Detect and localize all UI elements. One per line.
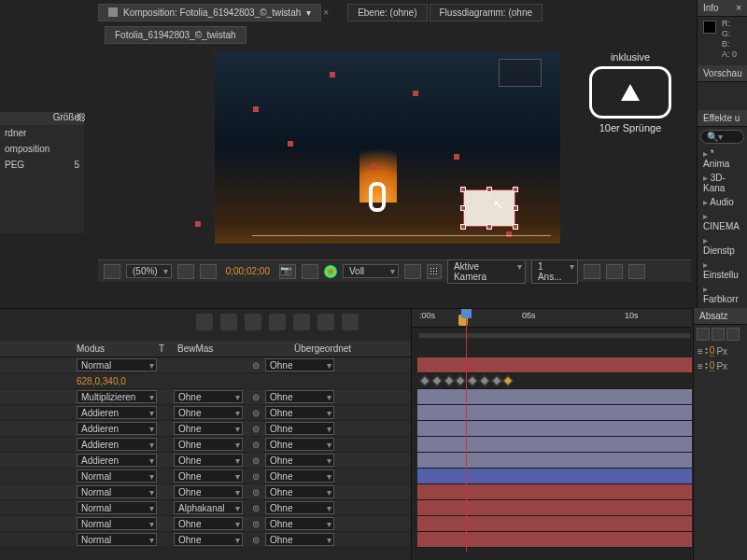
trackmatte-dropdown[interactable]: Alphakanal [174,501,243,514]
layer-track-bar[interactable] [417,421,692,437]
comp-breadcrumb[interactable]: Fotolia_61942803_©_twistah [105,26,247,44]
effects-category[interactable]: Dienstp [698,233,747,258]
info-panel-header[interactable]: Info× [698,0,747,17]
show-snapshot-icon[interactable] [302,264,318,279]
draft-3d-icon[interactable] [342,314,359,330]
pickwhip-icon[interactable]: ⊚ [252,503,260,513]
trackmatte-dropdown[interactable]: Ohne [174,485,243,498]
track-area[interactable]: :00s 05s 10s [411,309,691,560]
layer-track-bar[interactable] [417,469,692,484]
layer-row[interactable]: AddierenOhne⊚Ohne [0,405,411,421]
layer-track-bar[interactable] [417,389,692,405]
preview-panel-header[interactable]: Vorschau [698,65,747,82]
pickwhip-icon[interactable]: ⊚ [252,519,260,529]
layer-row[interactable]: MultiplizierenOhne⊚Ohne [0,389,411,405]
selected-layer-bounds[interactable] [463,189,515,227]
pickwhip-icon[interactable]: ⊚ [252,535,260,545]
blend-mode-dropdown[interactable]: Addieren [77,454,157,467]
layer-row[interactable]: Normal⊚Ohne [0,357,411,373]
3d-icon[interactable] [220,314,237,330]
views-dropdown[interactable]: 1 Ans... [531,259,578,284]
effects-search-input[interactable]: 🔍▾ [700,130,744,144]
current-time[interactable]: 0;00;02;00 [222,266,274,276]
column-trackmatte-t[interactable]: T [159,343,177,354]
trackmatte-dropdown[interactable]: Ohne [174,406,243,419]
brainstorm-icon[interactable] [293,314,310,330]
layer-track-bar[interactable] [417,532,692,548]
pickwhip-icon[interactable]: ⊚ [252,440,260,450]
roi-icon[interactable] [404,264,421,279]
indent-right-field[interactable]: ≡ ▴▾ 0 Px [694,358,747,373]
column-parent[interactable]: Übergeordnet [271,343,383,354]
blend-mode-dropdown[interactable]: Normal [77,358,157,371]
trackmatte-dropdown[interactable]: Ohne [174,422,243,435]
blend-mode-dropdown[interactable]: Normal [77,517,157,530]
blend-mode-dropdown[interactable]: Addieren [77,438,157,451]
parent-dropdown[interactable]: Ohne [265,390,334,403]
layer-row[interactable]: NormalOhne⊚Ohne [0,484,411,500]
lock-icon[interactable] [108,7,118,17]
layer-row[interactable]: AddierenOhne⊚Ohne [0,437,411,453]
graph-editor-icon[interactable] [317,314,334,330]
effects-category[interactable]: 3D-Kana [698,171,747,195]
close-icon[interactable]: × [736,3,741,13]
composition-viewer[interactable]: ↖ [215,51,560,244]
layer-track-bar[interactable] [417,405,692,421]
layer-track-bar[interactable] [417,500,692,516]
parent-dropdown[interactable]: Ohne [265,533,334,546]
indent-left-field[interactable]: ≡ ▴▾ 0 Px [694,343,747,358]
keyframe-icon[interactable] [491,375,501,385]
tab-flowchart[interactable]: Flussdiagramm: (ohne [430,4,543,21]
effects-category[interactable]: Einstellu [698,258,747,282]
blend-mode-dropdown[interactable]: Addieren [77,406,157,419]
close-icon[interactable]: × [323,7,329,18]
pickwhip-icon[interactable]: ⊚ [252,487,260,497]
position-value[interactable]: 628,0,340,0 [77,376,126,386]
pixel-aspect-icon[interactable] [584,264,600,279]
trackmatte-dropdown[interactable]: Ohne [174,390,243,403]
parent-dropdown[interactable]: Ohne [265,501,334,514]
parent-dropdown[interactable]: Ohne [265,469,334,483]
project-item-folder[interactable]: rdner [0,125,84,141]
parent-dropdown[interactable]: Ohne [265,454,334,467]
keyframe-icon[interactable] [479,375,489,385]
layer-row[interactable]: AddierenOhne⊚Ohne [0,421,411,437]
keyframe-icon[interactable] [467,375,477,385]
trackmatte-dropdown[interactable]: Ohne [174,454,243,467]
layer-track-bar[interactable] [417,453,692,469]
tab-composition[interactable]: Komposition: Fotolia_61942803_©_twistah … [98,4,321,21]
effects-category[interactable]: Audio [698,195,747,209]
guides-icon[interactable] [200,264,217,279]
keyframe-icon[interactable] [456,375,466,385]
layer-row[interactable]: NormalOhne⊚Ohne [0,469,411,484]
transparency-grid-icon[interactable] [427,264,442,279]
pickwhip-icon[interactable]: ⊚ [252,360,260,371]
keyframe-icon[interactable] [419,375,430,385]
trackmatte-dropdown[interactable]: Ohne [174,533,243,546]
pickwhip-icon[interactable]: ⊚ [252,471,260,482]
layer-track-bar[interactable] [417,357,692,373]
effects-category[interactable]: CINEMA [698,209,747,233]
paragraph-panel-header[interactable]: Absatz [694,308,747,325]
magnify-icon[interactable] [104,264,120,279]
current-time-indicator[interactable] [466,318,467,552]
blend-mode-dropdown[interactable]: Normal [77,501,157,514]
parent-dropdown[interactable]: Ohne [265,422,334,435]
trackmatte-dropdown[interactable]: Ohne [174,469,243,483]
layer-track-bar[interactable] [417,516,692,532]
work-area-bar[interactable] [419,333,690,338]
camera-dropdown[interactable]: Aktive Kamera [447,259,526,284]
pickwhip-icon[interactable]: ⊚ [252,408,260,418]
keyframe-icon[interactable] [444,375,454,385]
effects-panel-header[interactable]: Effekte u [698,110,747,127]
parent-dropdown[interactable]: Ohne [265,517,334,530]
layer-row[interactable]: NormalOhne⊚Ohne [0,516,411,532]
parent-dropdown[interactable]: Ohne [265,438,334,451]
tab-layer[interactable]: Ebene: (ohne) [347,4,427,21]
fast-preview-icon[interactable] [606,264,623,279]
layer-row[interactable]: NormalAlphakanal⊚Ohne [0,500,411,516]
trackmatte-dropdown[interactable]: Ohne [174,517,243,530]
layer-row[interactable]: 628,0,340,0 [0,373,411,389]
layer-row[interactable]: NormalOhne⊚Ohne [0,532,411,548]
grid-icon[interactable] [177,264,194,279]
